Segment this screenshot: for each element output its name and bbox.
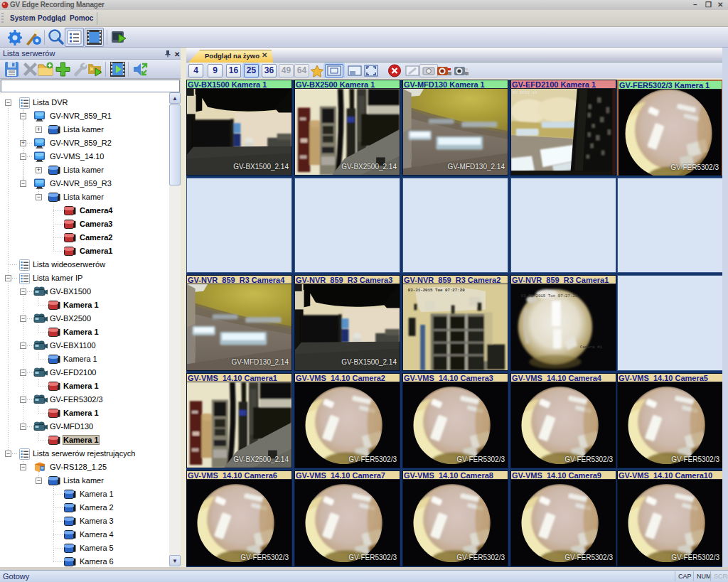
- svg-text:Camera #1: Camera #1: [580, 345, 603, 350]
- svg-text:03 31 2015 Tue 07:27:20: 03 31 2015 Tue 07:27:20: [521, 293, 578, 298]
- svg-text:GV EFD2 11: GV EFD2 11: [513, 90, 537, 95]
- svg-text:03-31-2015 Tue 07:27:20: 03-31-2015 Tue 07:27:20: [408, 288, 465, 293]
